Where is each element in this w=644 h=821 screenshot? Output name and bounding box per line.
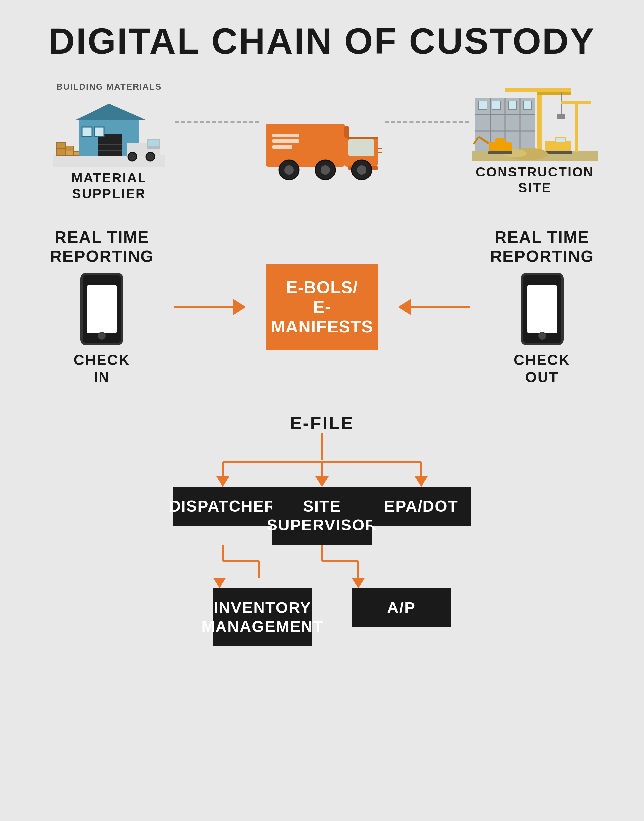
svg-rect-48	[505, 88, 571, 92]
dashed-line-right	[385, 121, 469, 123]
epa-dot-box: EPA/DOT	[372, 487, 471, 526]
right-realtime-label: REAL TIMEREPORTING	[490, 228, 594, 266]
inventory-box: INVENTORY MANAGEMENT	[213, 588, 312, 646]
h-connector-top	[173, 460, 471, 476]
svg-rect-52	[575, 101, 578, 152]
tree-container: DISPATCHER SITE SUPERVISOR	[124, 433, 520, 646]
page-title: DIGITAL CHAIN OF CUSTODY	[49, 20, 595, 62]
svg-rect-4	[66, 146, 74, 151]
construction-label: CONSTRUCTIONSITE	[476, 164, 594, 196]
svg-rect-47	[537, 88, 541, 151]
arrow-head-down-inventory	[213, 578, 226, 588]
svg-rect-12	[82, 127, 92, 136]
epa-dot-label: EPA/DOT	[384, 497, 458, 516]
dispatcher-label: DISPATCHER	[169, 497, 277, 516]
e-file-label: E-FILE	[290, 413, 354, 433]
building-materials-label: BUILDING MATERIALS	[57, 82, 162, 92]
dashed-line-left	[175, 121, 259, 123]
arrow-down-inventory	[213, 578, 226, 588]
supplier-label: MATERIALSUPPLIER	[71, 170, 147, 202]
arrow-head-down-dispatcher	[216, 476, 229, 487]
page-container: DIGITAL CHAIN OF CUSTODY BUILDING MATERI…	[0, 0, 644, 821]
supplier-block: BUILDING MATERIALS	[46, 82, 172, 202]
svg-rect-22	[272, 146, 292, 149]
site-supervisor-box-col: SITE SUPERVISOR	[272, 476, 372, 545]
middle-section: REAL TIMEREPORTING CHECKIN E-BOLS/E-MANI…	[26, 228, 618, 386]
svg-rect-45	[523, 101, 532, 109]
construction-illustration	[472, 88, 598, 161]
check-in-block: REAL TIMEREPORTING CHECKIN	[50, 228, 154, 386]
check-out-block: REAL TIMEREPORTING CHECKOUT	[490, 228, 594, 386]
svg-rect-57	[544, 151, 572, 154]
h-connector-bottom	[173, 545, 471, 578]
svg-rect-1	[56, 149, 66, 156]
ap-box: A/P	[352, 588, 451, 627]
arrow-head-down-site	[315, 476, 329, 487]
phone-button-left	[98, 332, 106, 340]
dispatcher-box-col: DISPATCHER	[173, 476, 272, 526]
arrow-head-right	[233, 299, 246, 315]
svg-rect-53	[561, 101, 591, 104]
arrow-from-right	[398, 299, 470, 315]
svg-rect-56	[557, 138, 565, 142]
svg-point-32	[357, 165, 366, 175]
svg-rect-62	[488, 152, 512, 154]
check-out-label: CHECKOUT	[514, 351, 570, 386]
row1-boxes: DISPATCHER SITE SUPERVISOR	[173, 476, 471, 545]
phone-button-right	[538, 332, 546, 340]
svg-point-28	[284, 165, 294, 175]
epa-dot-box-col: EPA/DOT	[372, 476, 471, 526]
inventory-box-col: INVENTORY MANAGEMENT	[173, 578, 319, 646]
svg-marker-7	[76, 104, 146, 119]
arrow-down-site	[315, 476, 329, 487]
svg-rect-24	[348, 139, 374, 156]
svg-rect-44	[509, 101, 517, 109]
arrow-line-left	[174, 306, 233, 308]
delivery-truck	[262, 104, 382, 180]
check-in-phone	[80, 273, 123, 345]
phone-screen-left	[87, 285, 117, 333]
dispatcher-box: DISPATCHER	[173, 487, 272, 526]
check-out-phone	[521, 273, 564, 345]
svg-rect-61	[495, 138, 505, 145]
arrow-down-epa	[415, 476, 428, 487]
arrow-head-down-ap	[352, 578, 365, 588]
vert-line-efile	[321, 433, 323, 460]
svg-rect-3	[66, 151, 74, 156]
bottom-section: E-FILE	[26, 413, 618, 646]
svg-marker-25	[345, 137, 377, 139]
svg-rect-5	[74, 152, 80, 156]
top-section: BUILDING MATERIALS	[26, 82, 618, 202]
site-supervisor-box: SITE SUPERVISOR	[272, 487, 372, 545]
svg-rect-20	[272, 133, 299, 137]
left-realtime-label: REAL TIMEREPORTING	[50, 228, 154, 266]
svg-point-30	[320, 165, 330, 175]
central-box: E-BOLS/E-MANIFESTS	[266, 264, 378, 350]
svg-point-16	[128, 152, 136, 161]
svg-rect-2	[56, 143, 66, 149]
row2-boxes: INVENTORY MANAGEMENT A/P	[173, 578, 471, 646]
check-in-label: CHECKIN	[74, 351, 130, 386]
svg-rect-42	[479, 101, 487, 109]
truck-svg	[262, 104, 382, 180]
svg-rect-43	[492, 101, 500, 109]
site-supervisor-label: SITE SUPERVISOR	[267, 497, 377, 535]
svg-rect-18	[149, 141, 159, 146]
svg-rect-13	[94, 127, 104, 136]
svg-rect-33	[345, 126, 349, 138]
arrow-head-left	[398, 299, 411, 315]
arrow-head-down-epa	[415, 476, 428, 487]
svg-point-17	[146, 152, 155, 161]
arrow-to-center	[174, 299, 246, 315]
inventory-label: INVENTORY MANAGEMENT	[201, 598, 324, 636]
construction-block: CONSTRUCTIONSITE	[472, 88, 598, 196]
ap-box-col: A/P	[319, 578, 471, 627]
svg-rect-21	[272, 139, 299, 143]
central-box-text: E-BOLS/E-MANIFESTS	[271, 278, 373, 337]
svg-rect-51	[557, 114, 565, 119]
warehouse-illustration	[53, 94, 165, 167]
phone-screen-right	[527, 285, 557, 333]
arrow-down-ap	[352, 578, 365, 588]
svg-rect-19	[266, 124, 345, 167]
ap-label: A/P	[387, 598, 416, 617]
